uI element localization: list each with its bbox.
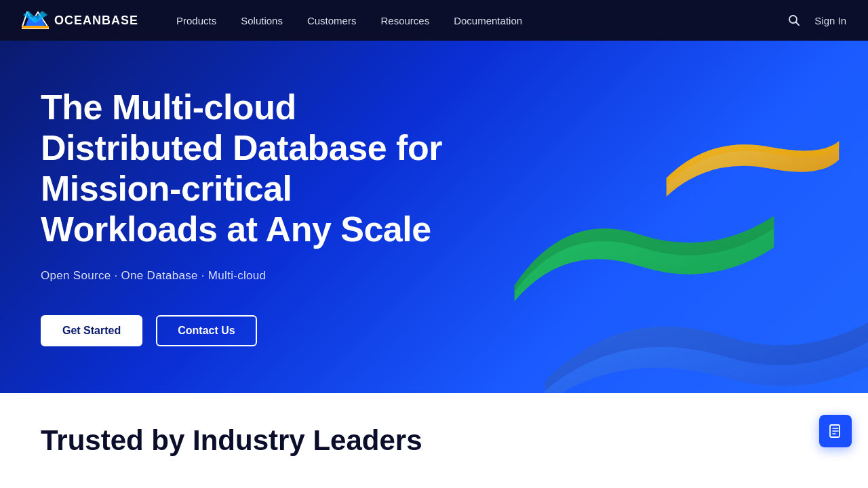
floating-action-button[interactable] bbox=[819, 415, 852, 447]
search-button[interactable] bbox=[785, 11, 804, 30]
trusted-section: Trusted by Industry Leaders bbox=[0, 393, 868, 488]
hero-decoration bbox=[393, 41, 868, 393]
navbar-actions: Sign In bbox=[785, 11, 846, 30]
document-icon bbox=[827, 423, 844, 439]
nav-item-solutions[interactable]: Solutions bbox=[230, 9, 294, 32]
logo[interactable]: OCEANBASE bbox=[22, 9, 138, 31]
hero-buttons: Get Started Contact Us bbox=[41, 315, 448, 346]
logo-text: OCEANBASE bbox=[54, 14, 138, 28]
hero-content: The Multi-cloud Distributed Database for… bbox=[41, 87, 448, 346]
hero-title: The Multi-cloud Distributed Database for… bbox=[41, 87, 448, 249]
nav-item-products[interactable]: Products bbox=[165, 9, 227, 32]
search-icon bbox=[787, 14, 801, 27]
svg-line-5 bbox=[796, 22, 800, 26]
nav-item-resources[interactable]: Resources bbox=[370, 9, 440, 32]
blue-ribbon-decoration bbox=[542, 285, 868, 393]
svg-rect-2 bbox=[22, 26, 49, 28]
hero-subtitle: Open Source · One Database · Multi-cloud bbox=[41, 269, 448, 283]
navbar: OCEANBASE Products Solutions Customers R… bbox=[0, 0, 868, 41]
nav-item-customers[interactable]: Customers bbox=[296, 9, 368, 32]
nav-menu: Products Solutions Customers Resources D… bbox=[165, 9, 785, 32]
contact-us-button[interactable]: Contact Us bbox=[156, 315, 256, 346]
gold-ribbon-decoration bbox=[658, 129, 848, 197]
green-ribbon-decoration bbox=[502, 197, 787, 305]
signin-button[interactable]: Sign In bbox=[814, 15, 846, 26]
logo-icon bbox=[22, 9, 49, 31]
nav-item-documentation[interactable]: Documentation bbox=[443, 9, 533, 32]
trusted-title: Trusted by Industry Leaders bbox=[41, 424, 422, 457]
hero-section: The Multi-cloud Distributed Database for… bbox=[0, 41, 868, 393]
get-started-button[interactable]: Get Started bbox=[41, 315, 142, 346]
